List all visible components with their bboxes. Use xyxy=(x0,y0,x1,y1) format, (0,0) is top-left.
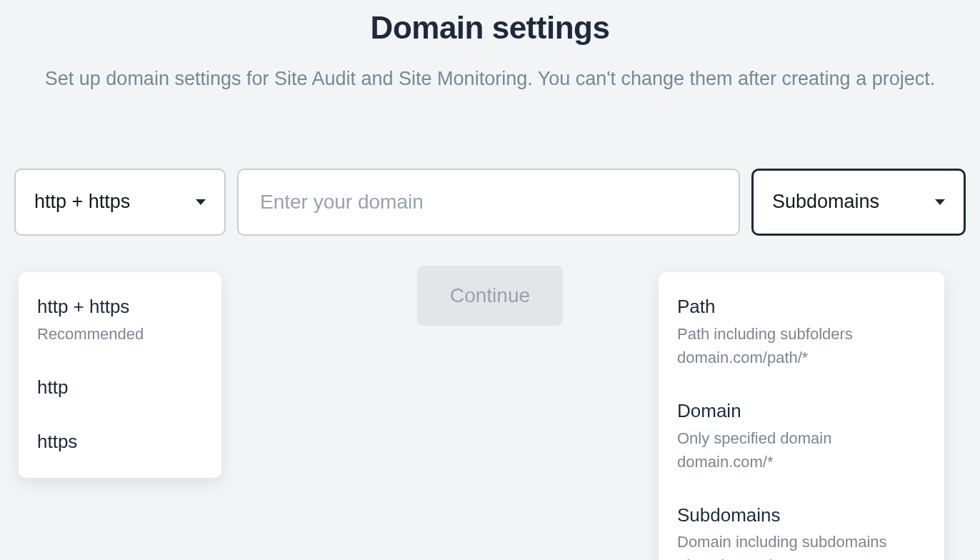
continue-button[interactable]: Continue xyxy=(417,266,563,326)
dropdown-option-sub: Recommended xyxy=(37,322,203,346)
crawl-option-subdomains[interactable]: Subdomains Domain including subdomains .… xyxy=(659,494,944,560)
dropdown-option-label: Subdomains xyxy=(677,504,926,528)
protocol-option-https[interactable]: https xyxy=(19,421,221,463)
protocol-option-http[interactable]: http xyxy=(19,367,221,409)
crawl-option-domain[interactable]: Domain Only specified domain domain.com/… xyxy=(659,389,944,486)
crawl-option-path[interactable]: Path Path including subfolders domain.co… xyxy=(659,285,944,382)
dropdown-option-label: http xyxy=(37,376,203,400)
dropdown-option-label: http + https xyxy=(37,295,203,319)
chevron-down-icon xyxy=(196,199,206,205)
dropdown-option-sub: Domain including subdomains .domain.com/ xyxy=(677,530,926,560)
dropdown-option-label: Path xyxy=(677,295,926,319)
protocol-select[interactable]: http + https xyxy=(14,169,226,236)
crawl-scope-dropdown-panel: Path Path including subfolders domain.co… xyxy=(659,272,944,560)
dropdown-option-sub: Only specified domain domain.com/* xyxy=(677,426,926,474)
dropdown-option-label: https xyxy=(37,430,203,454)
page-subtitle: Set up domain settings for Site Audit an… xyxy=(15,64,965,94)
protocol-option-http-https[interactable]: http + https Recommended xyxy=(19,286,221,354)
crawl-scope-select[interactable]: Subdomains xyxy=(751,169,966,236)
dropdown-option-label: Domain xyxy=(677,399,926,424)
chevron-down-icon xyxy=(935,199,945,205)
protocol-dropdown-panel: http + https Recommended http https xyxy=(19,272,221,478)
form-row: http + https Subdomains xyxy=(14,169,966,236)
dropdown-option-sub: Path including subfolders domain.com/pat… xyxy=(677,322,926,369)
domain-input[interactable] xyxy=(237,169,740,236)
page-title: Domain settings xyxy=(14,10,966,46)
protocol-select-label: http + https xyxy=(34,191,130,213)
crawl-scope-select-label: Subdomains xyxy=(772,191,879,213)
